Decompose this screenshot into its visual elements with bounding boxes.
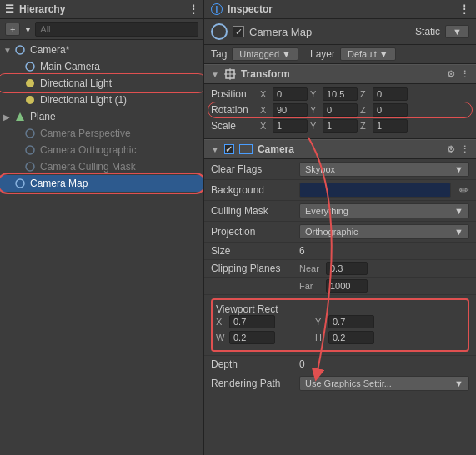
tree-item-cam-culling[interactable]: Camera Culling Mask (0, 158, 203, 175)
position-label: Position (211, 88, 257, 100)
tree-item-camera-star[interactable]: ▼ Camera* (0, 42, 203, 58)
viewport-w-input[interactable] (229, 331, 275, 344)
rotation-label: Rotation (211, 104, 257, 116)
tag-dropdown[interactable]: Untagged ▼ (232, 48, 298, 61)
tag-label: Tag (211, 48, 227, 60)
svg-point-0 (16, 46, 24, 54)
viewport-w-label: W (216, 332, 226, 342)
position-y-input[interactable] (323, 88, 358, 101)
projection-label: Projection (211, 226, 294, 238)
viewport-y-input[interactable] (328, 315, 374, 328)
position-x-input[interactable] (273, 88, 308, 101)
rotation-row: Rotation X Y Z (211, 103, 469, 117)
tree-item-cam-orthographic[interactable]: Camera Orthographic (0, 142, 203, 158)
scale-x-input[interactable] (273, 119, 308, 132)
hierarchy-panel-icon: ☰ (5, 3, 14, 15)
clipping-far-row: Far (204, 278, 476, 295)
directional-light-icon (23, 77, 37, 90)
camera-section-icon (239, 144, 253, 154)
clear-flags-label: Clear Flags (211, 163, 294, 175)
tree-item-label: Directional Light (1) (40, 94, 127, 106)
rot-x-label: X (260, 105, 270, 115)
inspector-options-icon[interactable]: ⋮ (459, 3, 469, 15)
transform-more-icon[interactable]: ⋮ (460, 69, 469, 80)
transform-gear-icon[interactable]: ⚙ (447, 69, 455, 80)
viewport-h-label: H (315, 332, 325, 342)
background-eyedropper-icon[interactable]: ✏ (459, 183, 469, 197)
culling-mask-dropdown[interactable]: Everything ▼ (299, 203, 469, 218)
tree-item-label: Camera* (30, 44, 69, 56)
tree-item-main-camera[interactable]: Main Camera (0, 58, 203, 75)
far-group: Far (299, 279, 368, 292)
cam-orthographic-icon (23, 143, 37, 157)
camera-more-icon[interactable]: ⋮ (460, 144, 469, 155)
tree-item-label: Directional Light (40, 78, 112, 89)
svg-marker-4 (16, 112, 24, 121)
tree-item-camera-map[interactable]: Camera Map (0, 175, 203, 192)
tree-item-label: Camera Culling Mask (40, 161, 136, 172)
scale-z-input[interactable] (373, 119, 408, 132)
directional-light-1-icon (23, 93, 37, 107)
plane-icon (13, 110, 27, 123)
scale-y-input[interactable] (323, 119, 358, 132)
rotation-z-input[interactable] (373, 103, 408, 117)
near-far-group: Near (299, 262, 368, 275)
scale-x-label: X (260, 121, 270, 131)
inspector-title: Inspector (228, 3, 273, 15)
clipping-near-row: Clipping Planes Near (204, 260, 476, 278)
tree-item-directional-light[interactable]: Directional Light (0, 75, 203, 92)
layer-dropdown[interactable]: Default ▼ (340, 48, 396, 61)
transform-section-header: ▼ Transform ⚙ ⋮ (204, 64, 476, 84)
viewport-x-input[interactable] (229, 315, 275, 328)
rendering-path-dropdown[interactable]: Use Graphics Settir... ▼ (299, 376, 469, 391)
tree-item-directional-light-1[interactable]: Directional Light (1) (0, 92, 203, 108)
camera-section-header: ▼ Camera ⚙ ⋮ (204, 139, 476, 159)
static-dropdown[interactable]: ▼ (445, 25, 469, 38)
add-object-button[interactable]: + (5, 22, 20, 36)
object-enabled-checkbox[interactable] (233, 26, 244, 38)
clear-flags-dropdown[interactable]: Skybox ▼ (299, 162, 469, 177)
camera-collapse[interactable]: ▼ (211, 145, 219, 154)
inspector-object-icon (211, 23, 228, 40)
tree-item-cam-perspective[interactable]: Camera Perspective (0, 125, 203, 142)
rendering-path-label: Rendering Path (211, 378, 294, 389)
depth-row: Depth 0 (204, 355, 476, 373)
viewport-h-input[interactable] (328, 331, 374, 344)
viewport-y-label: Y (315, 317, 325, 327)
rot-y-label: Y (310, 105, 320, 115)
tree-item-plane[interactable]: ▶ Plane (0, 108, 203, 125)
position-row: Position X Y Z (211, 88, 469, 101)
projection-row: Projection Orthographic ▼ (204, 222, 476, 242)
background-color-swatch[interactable] (299, 182, 451, 198)
projection-dropdown[interactable]: Orthographic ▼ (299, 224, 469, 239)
static-label: Static (415, 26, 440, 38)
cam-culling-icon (23, 160, 37, 173)
svg-point-8 (16, 179, 24, 188)
position-z-input[interactable] (373, 88, 408, 101)
add-dropdown-arrow[interactable]: ▼ (23, 25, 32, 34)
rotation-y-input[interactable] (323, 103, 358, 117)
position-xyz: X Y Z (260, 88, 469, 101)
search-input[interactable] (35, 22, 198, 37)
rendering-path-row: Rendering Path Use Graphics Settir... ▼ (204, 373, 476, 393)
transform-collapse[interactable]: ▼ (211, 70, 219, 79)
viewport-x-label: X (216, 317, 226, 327)
camera-enabled-checkbox[interactable] (224, 144, 234, 154)
tree-item-label: Camera Perspective (40, 128, 131, 139)
transform-icon (224, 68, 236, 80)
hierarchy-options-icon[interactable]: ⋮ (188, 3, 198, 15)
size-label: Size (211, 245, 294, 257)
hierarchy-toolbar: + ▼ (0, 19, 203, 40)
svg-point-6 (26, 146, 34, 154)
inspector-info-icon: i (211, 3, 223, 15)
tree-arrow-plane: ▶ (3, 112, 13, 122)
transform-section: Position X Y Z Rotation X Y (204, 84, 476, 139)
pos-z-label: Z (360, 89, 370, 99)
camera-gear-icon[interactable]: ⚙ (447, 144, 455, 155)
near-input[interactable] (326, 262, 368, 275)
far-input[interactable] (326, 279, 368, 292)
size-value: 6 (299, 245, 469, 257)
svg-point-1 (26, 62, 34, 71)
rotation-x-input[interactable] (273, 103, 308, 117)
scale-label: Scale (211, 120, 257, 132)
